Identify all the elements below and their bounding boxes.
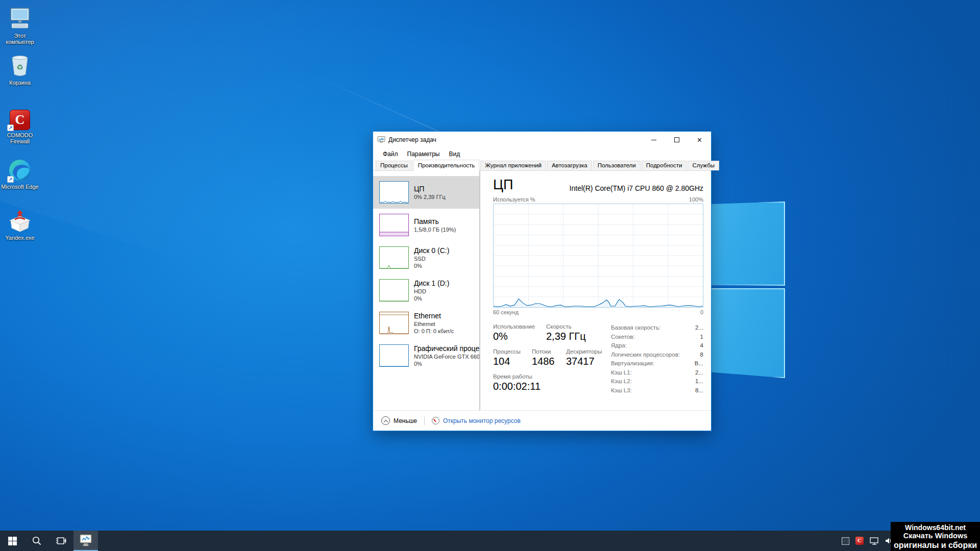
task-view-icon [56,537,66,545]
svg-text:♻: ♻ [16,63,23,71]
sidebar-item-disk0[interactable]: Диск 0 (C:) SSD 0% [373,241,480,274]
window-controls: ✕ [642,132,711,148]
window-title: Диспетчер задач [388,136,436,143]
comodo-icon: C ↗ [0,106,40,130]
sidebar-item-gpu[interactable]: Графический процессор NVIDIA GeForce GTX… [373,339,480,372]
stat-value: 1 [700,333,703,342]
start-button[interactable] [0,531,24,551]
stat-label: Ядра: [611,341,627,350]
shortcut-arrow-icon: ↗ [7,176,14,183]
stat-label: Кэш L2: [611,377,632,386]
memory-mini-graph [379,214,409,236]
stat-value: 2... [695,368,703,378]
desktop-icon-label: Этот компьютер [0,33,40,45]
touch-keyboard-icon[interactable] [842,537,849,545]
system-tray: C [842,531,892,551]
this-pc-icon [0,6,40,31]
stat-value-processes: 104 [493,356,532,367]
tab-services[interactable]: Службы [688,161,719,170]
tab-processes[interactable]: Процессы [376,161,412,170]
panel-title: ЦП [493,177,513,192]
stat-label: Сокетов: [611,333,635,342]
stat-value: 8 [700,350,703,360]
task-manager-window: Диспетчер задач ✕ Файл Параметры Вид Про… [373,131,712,431]
stat-value-uptime: 0:00:02:11 [493,381,541,392]
sidebar-item-cpu[interactable]: ЦП 0% 2,39 ГГц [373,176,480,209]
stat-label: Дескрипторы [566,348,602,355]
tab-details[interactable]: Подробности [642,161,687,170]
cpu-stats-secondary: Базовая скорость:2... Сокетов:1 Ядра:4 Л… [611,323,703,398]
graph-x-left: 60 секунд [493,309,519,315]
sidebar-item-memory[interactable]: Память 1,5/8,0 ГБ (19%) [373,209,480,241]
search-icon [32,536,41,545]
edge-icon: ↗ [0,157,40,182]
menu-file[interactable]: Файл [378,149,403,159]
maximize-button[interactable] [665,132,688,148]
desktop-icon-label: Корзина [0,80,40,86]
cpu-model-name: Intel(R) Core(TM) i7 CPU 860 @ 2.80GHz [570,184,703,192]
cpu-stats-primary: Использование 0% Скорость 2,39 ГГц Проце… [493,323,611,398]
tab-startup[interactable]: Автозагрузка [547,161,592,170]
sidebar-item-disk1[interactable]: Диск 1 (D:) HDD 0% [373,274,480,307]
stat-label: Кэш L1: [611,368,632,378]
stat-label: Базовая скорость: [611,323,660,333]
network-icon[interactable] [870,537,879,545]
close-button[interactable]: ✕ [688,132,711,148]
desktop-icon-label: Microsoft Edge [0,184,40,190]
stat-value: 1... [695,377,703,386]
fewer-details-button[interactable]: Меньше [378,414,420,427]
chevron-up-icon [381,416,390,425]
tab-app-history[interactable]: Журнал приложений [480,161,546,170]
desktop-icon-yandex[interactable]: Yandex.exe [0,208,40,241]
title-bar[interactable]: Диспетчер задач ✕ [373,132,711,148]
tab-performance[interactable]: Производительность [413,160,480,171]
search-button[interactable] [24,531,49,551]
graph-y-label: Используется % [493,196,535,203]
windows-logo-icon [8,537,17,545]
graph-y-max: 100% [689,196,703,203]
stat-value-threads: 1486 [532,356,566,367]
desktop-icon-label: Yandex.exe [0,235,40,241]
sidebar-item-ethernet[interactable]: Ethernet Ethernet О: 0 П: 0 кбит/с [373,307,480,339]
stat-label: Скорость [546,323,586,330]
menu-options[interactable]: Параметры [403,149,445,159]
ethernet-mini-graph [379,312,409,334]
task-manager-icon [377,136,385,143]
open-resource-monitor-link[interactable]: Открыть монитор ресурсов [429,415,524,427]
stat-label: Время работы [493,373,541,380]
tray-comodo-icon[interactable]: C [855,537,864,545]
watermark-overlay: Windows64bit.net Скачать Windows оригина… [891,522,980,551]
footer-bar: Меньше Открыть монитор ресурсов [373,410,711,431]
disk0-mini-graph [379,246,409,269]
desktop-icon-label: COMODO Firewall [0,132,40,144]
desktop-icon-this-pc[interactable]: Этот компьютер [0,6,40,45]
desktop: Этот компьютер ♻ Корзина C ↗ COMODO Fire… [0,0,980,551]
desktop-icon-recycle-bin[interactable]: ♻ Корзина [0,53,40,86]
task-manager-taskbar-icon [79,534,92,546]
performance-sidebar: ЦП 0% 2,39 ГГц Память 1,5/8,0 ГБ (19%) [373,171,480,410]
taskbar-app-task-manager[interactable] [74,531,98,551]
stat-label: Кэш L3: [611,386,632,395]
stat-value-speed: 2,39 ГГц [546,331,586,342]
desktop-icon-comodo[interactable]: C ↗ COMODO Firewall [0,106,40,144]
stat-label: Виртуализация: [611,359,654,368]
shortcut-arrow-icon: ↗ [7,124,14,131]
gpu-mini-graph [379,344,409,367]
tab-users[interactable]: Пользователи [593,161,641,170]
stat-value: 4 [700,341,703,350]
stat-value: 8... [695,386,703,395]
menu-view[interactable]: Вид [444,149,464,159]
stat-value-handles: 37417 [566,356,602,367]
cpu-usage-graph [493,204,703,308]
cpu-detail-panel: ЦП Intel(R) Core(TM) i7 CPU 860 @ 2.80GH… [480,171,711,410]
tab-bar: Процессы Производительность Журнал прило… [373,160,711,171]
disk1-mini-graph [379,279,409,302]
stat-label: Процессы [493,348,532,355]
gauge-icon [432,417,439,424]
minimize-button[interactable] [642,132,665,148]
task-view-button[interactable] [49,531,74,551]
graph-x-right: 0 [700,309,703,315]
cpu-mini-graph [379,181,409,204]
stat-label: Использование [493,323,546,330]
desktop-icon-edge[interactable]: ↗ Microsoft Edge [0,157,40,190]
